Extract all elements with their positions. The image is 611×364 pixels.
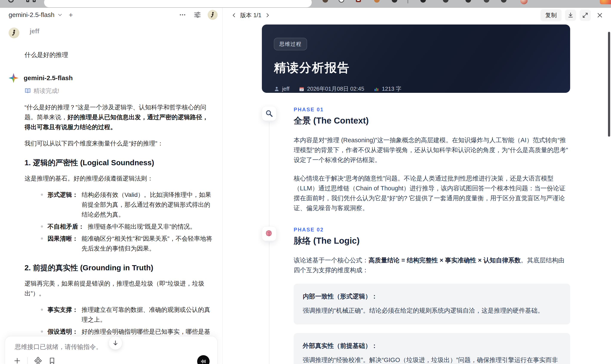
paragraph: 我们可以从以下四个维度来衡量什么是“好的推理”：: [25, 138, 214, 148]
word-count-meta: 1213 字: [374, 85, 401, 93]
open-book-icon: [25, 88, 31, 94]
report-title: 精读分析报告: [274, 60, 558, 76]
user-avatar[interactable]: [208, 10, 218, 20]
assistant-message: “什么是好的推理？”这是一个涉及逻辑学、认知科学和哲学核心的问题。简单来说，好的…: [25, 102, 214, 364]
sliders-settings-icon[interactable]: [194, 11, 201, 19]
section-desc: 这是推理的基石。好的推理必须遵循逻辑法则：: [25, 173, 214, 183]
version-label: 版本 1/1: [240, 11, 261, 19]
expand-icon: [582, 12, 588, 18]
card-text: 强调推理的“机械正确”。结论必须在给定的规则系统内逻辑自洽，这是推理的硬件基础。: [303, 306, 561, 315]
calendar-icon: 17: [299, 86, 305, 92]
download-button[interactable]: [565, 10, 576, 21]
extension-icon[interactable]: [322, 0, 328, 3]
extension-icon[interactable]: [501, 0, 506, 3]
artifact-header: 版本 1/1 复制: [223, 8, 611, 23]
arrow-down-icon: [112, 340, 119, 346]
phase-title: 全景 (The Context): [294, 115, 570, 127]
close-icon: [597, 12, 603, 18]
bookmark-icon[interactable]: [48, 357, 56, 364]
phase-title: 脉络 (The Logic): [294, 235, 570, 247]
person-icon: [274, 86, 279, 92]
chat-message-list: jeff 什么是好的推理 gemini-2.5-flash 精读完成! “什么是…: [0, 22, 222, 364]
extension-icon[interactable]: [374, 0, 380, 3]
paragraph: “什么是好的推理？”这是一个涉及逻辑学、认知科学和哲学核心的问题。简单来说，好的…: [25, 102, 214, 132]
extension-icon[interactable]: [392, 0, 397, 3]
toolbar-divider: [407, 0, 408, 3]
user-avatar: [9, 27, 19, 38]
report-page: 思维过程 精读分析报告 jeff 17 2026年01月08日 02:45 12…: [262, 25, 570, 364]
chevron-down-icon[interactable]: [57, 12, 63, 17]
prev-version-icon[interactable]: [232, 13, 237, 18]
magnifier-icon: [262, 106, 277, 121]
phase-label: PHASE 01: [294, 107, 570, 113]
reload-icon[interactable]: [8, 0, 14, 3]
user-message: jeff: [9, 27, 214, 38]
list-item: 不自相矛盾：推理链条中不能出现“既是又非”的情况。: [25, 221, 214, 231]
waveform-icon: [200, 358, 207, 364]
phase-section: PHASE 02 脉络 (The Logic) 该论述基于一个核心公式：高质量结…: [262, 226, 570, 364]
card-title: 内部一致性（形式逻辑）：: [303, 292, 561, 301]
extension-icon[interactable]: [465, 0, 471, 3]
voice-input-button[interactable]: [197, 355, 210, 364]
chat-header: gemini-2.5-flash +: [0, 8, 222, 22]
date-meta: 17 2026年01月08日 02:45: [299, 85, 364, 93]
grid-icon[interactable]: [26, 0, 29, 2]
extension-icon[interactable]: [443, 0, 449, 3]
toolbar-divider: [27, 357, 28, 364]
brain-icon: [262, 226, 277, 241]
download-icon: [567, 12, 574, 18]
phase-label: PHASE 02: [294, 227, 570, 233]
list-item: 形式逻辑：结构必须有效（Valid）。比如演绎推理中，如果前提全部为真，那么通过…: [25, 190, 214, 219]
artifact-panel: 版本 1/1 复制 思维过程: [223, 8, 611, 364]
more-options-icon[interactable]: [179, 11, 186, 18]
svg-text:17: 17: [301, 88, 303, 91]
browser-menu-icon[interactable]: [600, 0, 611, 4]
model-selector[interactable]: gemini-2.5-flash: [9, 11, 54, 18]
phase-section: PHASE 01 全景 (The Context) 本内容是对“推理 (Reas…: [262, 106, 570, 213]
extension-icon[interactable]: [356, 0, 361, 2]
scroll-to-bottom-button[interactable]: [108, 336, 122, 350]
attach-plus-icon[interactable]: [13, 357, 21, 364]
copy-button[interactable]: 复制: [541, 9, 561, 21]
address-bar[interactable]: [44, 0, 312, 7]
section-title: 1. 逻辑的严密性 (Logical Soundness): [25, 158, 214, 168]
assistant-header: gemini-2.5-flash: [9, 73, 214, 83]
dimension-card: 外部真实性（前提基础）： 强调推理的“经验校准”。解决“GIGO（垃圾进，垃圾出…: [294, 333, 570, 364]
close-button[interactable]: [594, 10, 605, 21]
extension-icon[interactable]: [339, 0, 344, 3]
chat-panel: gemini-2.5-flash +: [0, 8, 223, 364]
gemini-logo-icon: [9, 73, 18, 83]
user-message-text: 什么是好的推理: [25, 51, 214, 59]
list-item: 事实支撑：推理建立在可靠的数据、准确的观测或公认的真理之上。: [25, 305, 214, 325]
profile-avatar[interactable]: [520, 0, 528, 4]
grid-icon[interactable]: [33, 0, 36, 2]
new-chat-button[interactable]: +: [68, 11, 73, 19]
extension-icon[interactable]: [420, 0, 426, 3]
card-title: 外部真实性（前提基础）：: [303, 342, 561, 350]
paragraph: 本内容是对“推理 (Reasoning)”这一抽象概念的高层建模。在知识爆炸与人…: [294, 135, 570, 165]
author-meta: jeff: [274, 86, 289, 92]
section-title: 2. 前提的真实性 (Grounding in Truth): [25, 263, 214, 273]
list-item: 因果清晰：能准确区分“相关性”和“因果关系”，不会轻率地将先后发生的事情归为因果…: [25, 234, 214, 253]
expand-button[interactable]: [580, 10, 591, 21]
status-text: 精读完成!: [34, 87, 59, 95]
section-desc: 逻辑再完美，如果前提是错误的，推理也是垃圾（即“垃圾进，垃圾出”）。: [25, 278, 214, 298]
report-hero: 思维过程 精读分析报告 jeff 17 2026年01月08日 02:45 12…: [262, 25, 570, 93]
status-line: 精读完成!: [25, 87, 214, 95]
scrollbar[interactable]: [608, 32, 610, 137]
paragraph: 核心情境在于解决“思考的随意性”问题。不论是人类通过批判性思维进行决策，还是大语…: [294, 173, 570, 213]
user-name: jeff: [30, 27, 39, 35]
assistant-name: gemini-2.5-flash: [24, 74, 73, 82]
next-version-icon[interactable]: [265, 13, 270, 18]
skills-diamonds-icon[interactable]: [34, 357, 42, 364]
browser-toolbar: [0, 0, 611, 8]
dimension-card: 内部一致性（形式逻辑）： 强调推理的“机械正确”。结论必须在给定的规则系统内逻辑…: [294, 284, 570, 325]
bar-chart-icon: [374, 86, 379, 92]
card-text: 强调推理的“经验校准”。解决“GIGO（垃圾进，垃圾出）”问题，确保推理引擎运行…: [303, 355, 561, 364]
hero-badge: 思维过程: [274, 38, 307, 50]
extension-icon[interactable]: [484, 0, 489, 3]
paragraph: 该论述基于一个核心公式：高质量结论 = 结构完整性 × 事实准确性 × 认知自律…: [294, 255, 570, 275]
